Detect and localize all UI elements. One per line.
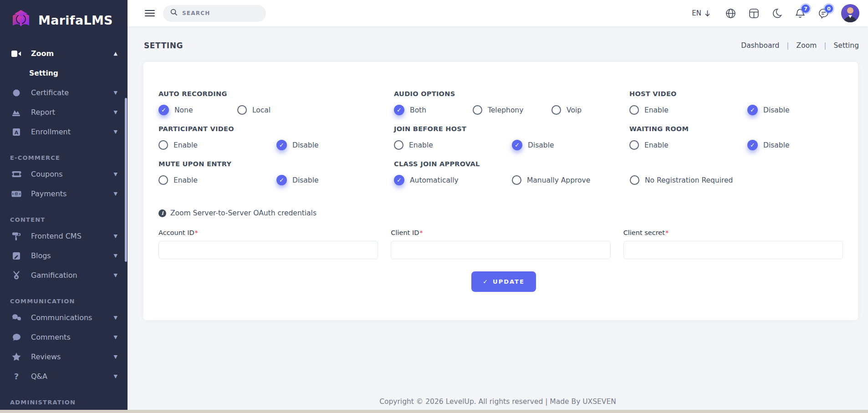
radio-option-enable[interactable]: Enable bbox=[629, 105, 747, 115]
brand-logo[interactable]: MarifaLMS bbox=[0, 0, 128, 39]
sidebar-item-enrollment[interactable]: A Enrollment ▼ bbox=[0, 122, 128, 142]
radio-checked-icon[interactable] bbox=[394, 175, 404, 185]
language-selector[interactable]: EN bbox=[692, 9, 710, 17]
radio-option-disable[interactable]: Disable bbox=[512, 140, 554, 150]
brand-name: MarifaLMS bbox=[38, 13, 113, 27]
radio-icon[interactable] bbox=[551, 105, 561, 115]
radio-icon[interactable] bbox=[394, 140, 403, 150]
radio-icon[interactable] bbox=[630, 175, 639, 185]
chevron-down-icon: ▼ bbox=[114, 253, 117, 259]
footer-copyright: Copyright © 2026 LevelUp. All rights res… bbox=[128, 398, 868, 406]
update-button[interactable]: ✓ UPDATE bbox=[471, 271, 536, 292]
sidebar-scrollbar-thumb[interactable] bbox=[125, 98, 127, 262]
sidebar-item-reviews[interactable]: Reviews ▼ bbox=[0, 347, 128, 367]
breadcrumb-separator: | bbox=[824, 41, 826, 50]
account-id-input[interactable] bbox=[158, 241, 378, 259]
radio-checked-icon[interactable] bbox=[276, 140, 287, 150]
required-asterisk: * bbox=[195, 229, 198, 236]
hamburger-menu-button[interactable] bbox=[145, 8, 155, 18]
chevron-down-icon: ▼ bbox=[114, 272, 117, 278]
paint-roller-icon bbox=[11, 232, 22, 241]
main-area: EN 7 0 bbox=[128, 0, 868, 413]
star-icon bbox=[11, 352, 22, 362]
notifications-button[interactable]: 7 bbox=[795, 8, 806, 19]
group-join-before-host: JOIN BEFORE HOST Enable Disable bbox=[394, 125, 629, 150]
radio-option-automatically[interactable]: Automatically bbox=[394, 175, 512, 185]
breadcrumb-dashboard[interactable]: Dashboard bbox=[741, 41, 779, 50]
globe-button[interactable] bbox=[725, 8, 736, 19]
messages-button[interactable]: 0 bbox=[818, 8, 829, 19]
radio-icon[interactable] bbox=[158, 140, 168, 150]
radio-option-manually-approve[interactable]: Manually Approve bbox=[512, 175, 630, 185]
radio-option-both[interactable]: Both bbox=[394, 105, 473, 115]
group-audio-options: AUDIO OPTIONS Both Telephony Voip bbox=[394, 90, 629, 115]
sidebar-item-payments[interactable]: 0 Payments ▼ bbox=[0, 184, 128, 204]
sidebar-item-blogs[interactable]: Blogs ▼ bbox=[0, 246, 128, 265]
radio-checked-icon[interactable] bbox=[747, 105, 758, 115]
sidebar-item-frontend-cms[interactable]: Frontend CMS ▼ bbox=[0, 226, 128, 246]
enrollment-icon: A bbox=[11, 127, 22, 137]
radio-option-disable[interactable]: Disable bbox=[747, 140, 790, 150]
radio-icon[interactable] bbox=[629, 105, 639, 115]
medal-icon bbox=[11, 271, 22, 280]
chevron-down-icon: ▼ bbox=[114, 233, 117, 239]
chevron-down-icon: ▼ bbox=[114, 129, 117, 135]
sidebar-item-comments[interactable]: Comments ▼ bbox=[0, 327, 128, 347]
radio-option-enable[interactable]: Enable bbox=[158, 140, 276, 150]
svg-text:?: ? bbox=[14, 372, 19, 381]
sidebar-section-communication: COMMUNICATION bbox=[0, 294, 128, 308]
dark-mode-button[interactable] bbox=[771, 8, 782, 19]
radio-option-disable[interactable]: Disable bbox=[276, 140, 319, 150]
sidebar-item-setting[interactable]: Setting bbox=[0, 63, 128, 83]
radio-icon[interactable] bbox=[237, 105, 247, 115]
client-id-input[interactable] bbox=[391, 241, 610, 259]
page-title: SETTING bbox=[144, 41, 183, 50]
breadcrumb-zoom[interactable]: Zoom bbox=[797, 41, 817, 50]
radio-option-enable[interactable]: Enable bbox=[394, 140, 512, 150]
sidebar-item-coupons[interactable]: Coupons ▼ bbox=[0, 164, 128, 184]
radio-option-enable[interactable]: Enable bbox=[158, 175, 276, 185]
sidebar-section-administration: ADMINISTRATION bbox=[0, 395, 128, 409]
breadcrumb: Dashboard | Zoom | Setting bbox=[741, 41, 859, 50]
radio-option-disable[interactable]: Disable bbox=[747, 105, 790, 115]
radio-option-enable[interactable]: Enable bbox=[629, 140, 747, 150]
sidebar-item-certificate[interactable]: Certificate ▼ bbox=[0, 83, 128, 102]
language-label: EN bbox=[692, 9, 701, 17]
radio-icon[interactable] bbox=[473, 105, 482, 115]
radio-option-voip[interactable]: Voip bbox=[551, 105, 582, 115]
topbar: EN 7 0 bbox=[128, 0, 868, 26]
radio-option-no-registration-required[interactable]: No Registration Required bbox=[630, 175, 733, 185]
svg-text:A: A bbox=[15, 129, 19, 135]
layout-button[interactable] bbox=[748, 8, 759, 19]
group-participant-video: PARTICIPANT VIDEO Enable Disable bbox=[158, 125, 394, 150]
radio-option-local[interactable]: Local bbox=[237, 105, 271, 115]
radio-checked-icon[interactable] bbox=[747, 140, 758, 150]
group-waiting-room: WAITING ROOM Enable Disable bbox=[629, 125, 849, 150]
sidebar-item-gamification[interactable]: Gamification ▼ bbox=[0, 265, 128, 285]
chevron-down-icon: ▼ bbox=[114, 334, 117, 340]
radio-option-disable[interactable]: Disable bbox=[276, 175, 319, 185]
sidebar-item-communications[interactable]: Communications ▼ bbox=[0, 308, 128, 327]
arrow-down-icon bbox=[705, 10, 710, 17]
radio-checked-icon[interactable] bbox=[158, 105, 169, 115]
sidebar-item-report[interactable]: Report ▼ bbox=[0, 102, 128, 122]
search-box[interactable] bbox=[163, 5, 266, 22]
client-secret-input[interactable] bbox=[623, 241, 843, 259]
user-avatar[interactable] bbox=[841, 4, 859, 22]
radio-icon[interactable] bbox=[629, 140, 639, 150]
chevron-up-icon: ▲ bbox=[114, 51, 117, 56]
radio-option-telephony[interactable]: Telephony bbox=[473, 105, 551, 115]
sidebar-item-qa[interactable]: ? Q&A ▼ bbox=[0, 367, 128, 386]
radio-icon[interactable] bbox=[512, 175, 521, 185]
radio-icon[interactable] bbox=[158, 175, 168, 185]
search-input[interactable] bbox=[182, 10, 250, 16]
radio-checked-icon[interactable] bbox=[276, 175, 287, 185]
report-chart-icon bbox=[11, 108, 22, 117]
breadcrumb-setting[interactable]: Setting bbox=[834, 41, 859, 50]
radio-checked-icon[interactable] bbox=[394, 105, 404, 115]
horizontal-scrollbar[interactable] bbox=[0, 410, 868, 413]
radio-option-none[interactable]: None bbox=[158, 105, 237, 115]
radio-checked-icon[interactable] bbox=[512, 140, 522, 150]
chevron-down-icon: ▼ bbox=[114, 109, 117, 115]
sidebar-item-zoom[interactable]: Zoom ▲ bbox=[0, 44, 128, 63]
